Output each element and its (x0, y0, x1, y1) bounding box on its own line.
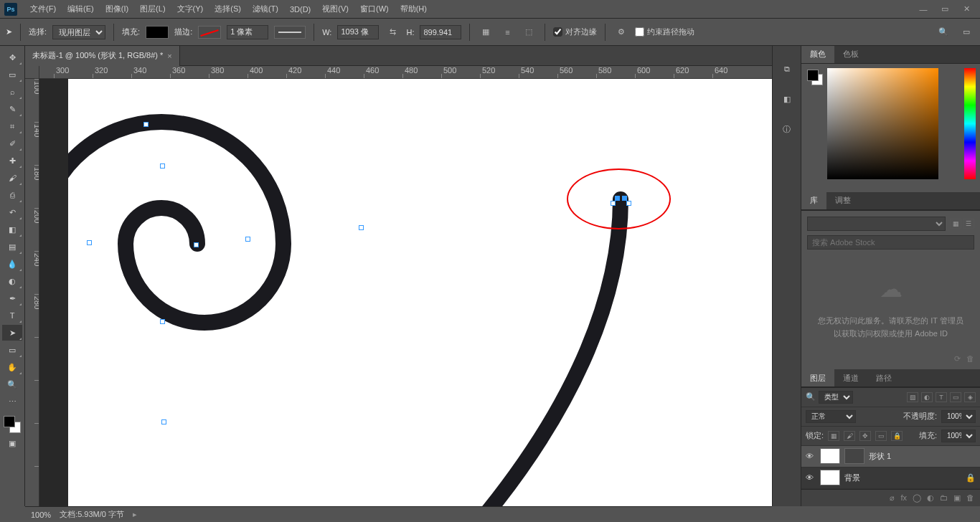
list-view-icon[interactable]: ☰ (963, 219, 974, 229)
tab-libraries[interactable]: 库 (801, 192, 826, 209)
lock-all-icon[interactable]: 🔒 (891, 431, 903, 441)
mask-icon[interactable]: ◯ (913, 493, 921, 503)
constrain-path-checkbox[interactable]: 约束路径拖动 (635, 27, 694, 37)
crop-tool[interactable]: ⌗ (2, 118, 22, 134)
trash-icon[interactable]: 🗑 (966, 354, 974, 364)
anchor-point[interactable] (87, 240, 92, 245)
blend-mode-dropdown[interactable]: 正常 (806, 410, 856, 423)
lock-nest-icon[interactable]: ▭ (875, 431, 887, 441)
marquee-tool[interactable]: ▭ (2, 67, 22, 82)
pen-tool[interactable]: ✒ (2, 290, 22, 306)
anchor-point[interactable] (161, 419, 166, 424)
anchor-point[interactable] (194, 242, 199, 247)
eraser-tool[interactable]: ◧ (2, 222, 22, 237)
color-swatches[interactable] (2, 414, 22, 435)
workspace-switcher-icon[interactable]: ▭ (958, 24, 974, 40)
history-brush-tool[interactable]: ↶ (2, 204, 22, 220)
filter-type-icon[interactable]: T (936, 392, 947, 402)
layer-name[interactable]: 形状 1 (869, 451, 891, 462)
filter-smart-icon[interactable]: ◈ (964, 392, 976, 402)
close-icon[interactable]: ✕ (957, 4, 976, 15)
shape-tool[interactable]: ▭ (2, 342, 22, 358)
fill-swatch[interactable] (146, 26, 169, 39)
zoom-level[interactable]: 100% (31, 511, 51, 519)
search-icon[interactable]: 🔍 (936, 24, 951, 40)
fill-opacity-input[interactable]: 100% (941, 430, 976, 442)
lock-trans-icon[interactable]: ▦ (828, 431, 839, 441)
menu-view[interactable]: 视图(V) (316, 1, 354, 17)
tab-channels[interactable]: 通道 (834, 369, 867, 386)
quick-select-tool[interactable]: ✎ (2, 101, 22, 117)
anchor-point[interactable] (160, 163, 165, 169)
dodge-tool[interactable]: ◐ (2, 273, 22, 289)
menu-file[interactable]: 文件(F) (24, 1, 62, 17)
adjustment-icon[interactable]: ◐ (927, 493, 934, 503)
tab-layers[interactable]: 图层 (801, 369, 834, 386)
tab-color[interactable]: 颜色 (801, 46, 834, 63)
layer-filter-dropdown[interactable]: 类型 (819, 391, 853, 404)
group-icon[interactable]: 🗀 (940, 493, 948, 502)
height-input[interactable] (420, 25, 461, 39)
select-layer-dropdown[interactable]: 现用图层 (52, 25, 105, 39)
menu-layer[interactable]: 图层(L) (134, 1, 171, 17)
doc-info[interactable]: 文档:5.93M/0 字节 (60, 509, 124, 520)
menu-select[interactable]: 选择(S) (209, 1, 247, 17)
layer-name[interactable]: 背景 (844, 473, 860, 483)
canvas-area[interactable] (39, 79, 772, 506)
lock-paint-icon[interactable]: 🖌 (844, 431, 855, 441)
layer-thumb[interactable] (820, 448, 840, 464)
filter-image-icon[interactable]: ▧ (907, 392, 918, 402)
anchor-point[interactable] (359, 225, 364, 230)
menu-3d[interactable]: 3D(D) (284, 2, 316, 16)
gear-icon[interactable]: ⚙ (613, 24, 629, 40)
zoom-tool[interactable]: 🔍 (2, 376, 22, 392)
edit-toolbar[interactable]: ⋯ (2, 394, 22, 409)
menu-filter[interactable]: 滤镜(T) (247, 1, 284, 17)
path-ops-icon[interactable]: ▦ (478, 24, 494, 40)
quickmask-tool[interactable]: ▣ (2, 435, 22, 451)
fx-icon[interactable]: fx (900, 493, 907, 502)
gradient-tool[interactable]: ▤ (2, 239, 22, 255)
sync-icon[interactable]: ⟳ (954, 354, 961, 364)
history-panel-icon[interactable]: ⧉ (778, 60, 796, 77)
align-edges-checkbox[interactable]: 对齐边缘 (553, 27, 597, 37)
tab-adjustments[interactable]: 调整 (826, 192, 859, 209)
menu-image[interactable]: 图像(I) (100, 1, 134, 17)
tab-swatches[interactable]: 色板 (834, 46, 867, 63)
arrange-icon[interactable]: ⬚ (521, 24, 537, 40)
document-tab[interactable]: 未标题-1 @ 100% (形状 1, RGB/8#) * × (25, 46, 180, 66)
link-wh-icon[interactable]: ⇆ (385, 24, 400, 40)
anchor-point[interactable] (160, 319, 165, 324)
library-search[interactable] (807, 235, 974, 250)
layer-item[interactable]: 👁 背景 🔒 (801, 468, 980, 489)
maximize-icon[interactable]: ▭ (936, 4, 954, 15)
menu-window[interactable]: 窗口(W) (354, 1, 395, 17)
new-layer-icon[interactable]: ▣ (953, 493, 961, 503)
delete-layer-icon[interactable]: 🗑 (966, 493, 974, 502)
stroke-width-input[interactable] (227, 25, 268, 39)
tab-close-icon[interactable]: × (167, 52, 171, 60)
width-input[interactable] (337, 25, 379, 39)
hue-slider[interactable] (964, 68, 976, 179)
anchor-point[interactable] (245, 237, 250, 242)
eyedropper-tool[interactable]: ✐ (2, 136, 22, 151)
opacity-input[interactable]: 100% (941, 410, 976, 423)
link-layers-icon[interactable]: ⌀ (890, 493, 895, 503)
info-panel-icon[interactable]: ⓘ (778, 120, 796, 138)
color-fgbg[interactable] (806, 68, 824, 87)
hand-tool[interactable]: ✋ (2, 359, 22, 375)
properties-panel-icon[interactable]: ◧ (778, 90, 796, 108)
anchor-point[interactable] (143, 122, 149, 127)
visibility-icon[interactable]: 👁 (806, 473, 816, 482)
stamp-tool[interactable]: ⎙ (2, 187, 22, 203)
visibility-icon[interactable]: 👁 (806, 452, 816, 460)
blur-tool[interactable]: 💧 (2, 256, 22, 272)
lasso-tool[interactable]: ⌕ (2, 84, 22, 100)
menu-edit[interactable]: 编辑(E) (62, 1, 100, 17)
library-dropdown[interactable] (807, 217, 946, 231)
tab-paths[interactable]: 路径 (867, 369, 900, 386)
filter-adjust-icon[interactable]: ◐ (921, 392, 933, 402)
grid-view-icon[interactable]: ▦ (950, 219, 961, 229)
menu-type[interactable]: 文字(Y) (171, 1, 209, 17)
menu-help[interactable]: 帮助(H) (395, 1, 433, 17)
